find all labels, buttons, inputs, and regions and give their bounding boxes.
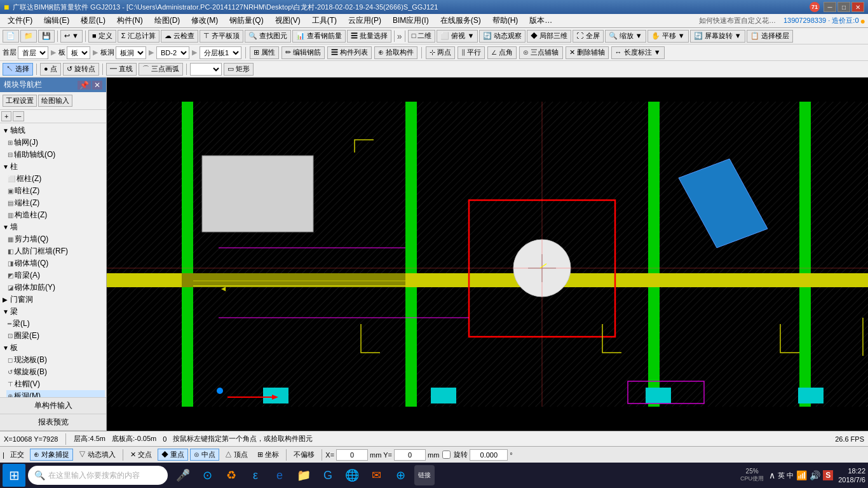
layer-dropdown[interactable]: 分层板1 bbox=[200, 46, 241, 59]
tree-group-axis[interactable]: ▼ 轴线 bbox=[1, 125, 105, 137]
pan-btn[interactable]: ✋ 平移 ▼ bbox=[648, 30, 689, 43]
menu-floor[interactable]: 楼层(L) bbox=[76, 14, 111, 27]
object-snap-btn[interactable]: ⊕ 对象捕捉 bbox=[30, 449, 73, 461]
menu-edit[interactable]: 编辑(E) bbox=[39, 14, 74, 27]
task-browser2-icon[interactable]: ♻ bbox=[221, 465, 241, 485]
shape-dropdown[interactable] bbox=[190, 63, 222, 76]
save-btn[interactable]: 💾 bbox=[38, 30, 55, 43]
two-point-btn[interactable]: ⊹ 两点 bbox=[426, 46, 455, 59]
arc-tool[interactable]: ⌒ 三点画弧 bbox=[139, 63, 183, 76]
menu-draw[interactable]: 绘图(D) bbox=[149, 14, 186, 27]
tree-item-hidden-beam[interactable]: ◩暗梁(A) bbox=[6, 269, 105, 281]
maximize-button[interactable]: □ bbox=[837, 2, 850, 12]
edit-rebar-btn[interactable]: ✏ 编辑钢筋 bbox=[281, 46, 325, 59]
rect-tool[interactable]: ▭ 矩形 bbox=[224, 63, 254, 76]
menu-online[interactable]: 在线服务(S) bbox=[435, 14, 486, 27]
property-btn[interactable]: ⊞ 属性 bbox=[250, 46, 279, 59]
panel-pin-btn[interactable]: 📌 bbox=[78, 81, 91, 90]
tree-item-aux-axis[interactable]: ⊟辅助轴线(O) bbox=[6, 149, 105, 161]
task-folder-icon[interactable]: 📁 bbox=[294, 465, 314, 485]
tree-item-cast-slab[interactable]: ◻现浇板(B) bbox=[6, 354, 105, 366]
vertex-snap-btn[interactable]: △ 顶点 bbox=[221, 449, 252, 461]
coord-snap-btn[interactable]: ⊞ 坐标 bbox=[254, 449, 283, 461]
rotate-checkbox[interactable] bbox=[442, 451, 451, 459]
component-list-btn[interactable]: ☰ 构件列表 bbox=[327, 46, 372, 59]
task-ie-icon[interactable]: e bbox=[269, 465, 290, 485]
tree-item-ring-beam[interactable]: ⊡圈梁(E) bbox=[6, 330, 105, 342]
undo-btn[interactable]: ↩ ▼ bbox=[60, 30, 83, 43]
project-settings-btn[interactable]: 工程设置 bbox=[3, 95, 37, 107]
length-mark-btn[interactable]: ↔ 长度标注 ▼ bbox=[611, 46, 665, 59]
menu-view[interactable]: 视图(V) bbox=[270, 14, 306, 27]
select-floor-btn[interactable]: 📋 选择楼层 bbox=[747, 30, 793, 43]
tree-group-slab[interactable]: ▼板 bbox=[1, 342, 105, 354]
panel-close-btn[interactable]: ✕ bbox=[92, 81, 102, 90]
subtype-dropdown[interactable]: 板洞 bbox=[116, 46, 146, 59]
center-snap-btn[interactable]: ⊙ 中点 bbox=[190, 449, 219, 461]
line-tool[interactable]: ━ 直线 bbox=[106, 63, 137, 76]
tree-item-masonry-rebar[interactable]: ◪砌体加筋(Y) bbox=[6, 281, 105, 294]
calc-btn[interactable]: Σ 汇总计算 bbox=[118, 30, 159, 43]
task-link-icon[interactable]: 链接 bbox=[414, 465, 435, 485]
cloud-check-btn[interactable]: ☁ 云检查 bbox=[161, 30, 198, 43]
start-button[interactable]: ⊞ bbox=[3, 464, 25, 487]
tree-group-column[interactable]: ▼柱 bbox=[1, 161, 105, 173]
tree-item-column-cap[interactable]: ⊤柱帽(V) bbox=[6, 378, 105, 390]
tree-item-masonry-wall[interactable]: ◨砌体墙(Q) bbox=[6, 257, 105, 269]
close-button[interactable]: ✕ bbox=[851, 2, 864, 12]
intersection-snap-btn[interactable]: ✕ 交点 bbox=[126, 449, 156, 461]
find-elem-btn[interactable]: 🔍 查找图元 bbox=[245, 30, 291, 43]
menu-cloud[interactable]: 云应用(P) bbox=[343, 14, 386, 27]
tree-item-slab-hole[interactable]: ⊕板洞(M) bbox=[6, 390, 105, 397]
define-btn[interactable]: ■ 定义 bbox=[88, 30, 116, 43]
menu-component[interactable]: 构件(N) bbox=[112, 14, 148, 27]
parallel-btn[interactable]: ∥ 平行 bbox=[458, 46, 485, 59]
dynamic-input-btn[interactable]: ▽ 动态填入 bbox=[75, 449, 119, 461]
tree-item-frame-col[interactable]: ⬜框柱(Z) bbox=[6, 173, 105, 185]
screen-rotate-btn[interactable]: 🔄 屏幕旋转 ▼ bbox=[690, 30, 745, 43]
menu-tools[interactable]: 工具(T) bbox=[307, 14, 342, 27]
tree-item-civil-defense-wall[interactable]: ◧人防门框墙(RF) bbox=[6, 245, 105, 257]
dynamic-view-btn[interactable]: 🔄 动态观察 bbox=[479, 30, 526, 43]
tree-item-beam[interactable]: ━梁(L) bbox=[6, 318, 105, 330]
2d-btn[interactable]: □ 二维 bbox=[408, 30, 436, 43]
task-earth-icon[interactable]: 🌐 bbox=[342, 465, 362, 485]
y-input[interactable] bbox=[394, 449, 426, 461]
task-edge-icon[interactable]: ε bbox=[245, 465, 266, 485]
rotate-input[interactable] bbox=[470, 449, 508, 461]
tree-item-spiral-slab[interactable]: ↺螺旋板(B) bbox=[6, 366, 105, 378]
level-top-btn[interactable]: ⊤ 齐平板顶 bbox=[200, 30, 243, 43]
rotate-point-tool[interactable]: ↺ 旋转点 bbox=[63, 63, 99, 76]
task-plus-icon[interactable]: ⊕ bbox=[390, 465, 410, 485]
midpoint-snap-btn[interactable]: ◆ 重点 bbox=[158, 449, 188, 461]
type-dropdown[interactable]: 板 bbox=[67, 46, 90, 59]
del-aux-btn[interactable]: ✕ 删除辅轴 bbox=[566, 46, 609, 59]
add-btn[interactable]: + bbox=[1, 111, 11, 121]
code-dropdown[interactable]: BD-2 bbox=[156, 46, 189, 59]
tray-app-icon[interactable]: S bbox=[823, 470, 833, 480]
new-btn[interactable]: 📄 bbox=[3, 30, 19, 43]
single-component-btn[interactable]: 单构件输入 bbox=[0, 398, 106, 414]
tree-item-end-col[interactable]: ▤端柱(Z) bbox=[6, 197, 105, 209]
menu-modify[interactable]: 修改(M) bbox=[186, 14, 223, 27]
x-input[interactable] bbox=[336, 449, 368, 461]
cad-canvas-area[interactable]: ◀ bbox=[107, 78, 868, 431]
view-rebar-btn[interactable]: 📊 查看钢筋量 bbox=[292, 30, 346, 43]
menu-file[interactable]: 文件(F) bbox=[3, 14, 37, 27]
menu-version[interactable]: 版本… bbox=[524, 14, 557, 27]
point-tool[interactable]: ● 点 bbox=[40, 63, 61, 76]
collapse-btn[interactable]: ─ bbox=[13, 111, 24, 121]
menu-bim[interactable]: BIM应用(I) bbox=[388, 14, 434, 27]
minimize-button[interactable]: ─ bbox=[824, 2, 836, 12]
fullscreen-btn[interactable]: ⛶ 全屏 bbox=[573, 30, 603, 43]
tray-up-icon[interactable]: ∧ bbox=[769, 470, 775, 480]
tray-sound-icon[interactable]: 🔊 bbox=[810, 470, 820, 480]
tree-item-grid[interactable]: ⊞轴网(J) bbox=[6, 137, 105, 149]
clock-display[interactable]: 18:22 2018/7/6 bbox=[838, 466, 865, 485]
open-btn[interactable]: 📁 bbox=[20, 30, 37, 43]
ortho-btn[interactable]: 正交 bbox=[6, 449, 28, 461]
pick-component-btn[interactable]: ⊕ 拾取构件 bbox=[374, 46, 417, 59]
tree-item-shear-wall[interactable]: ▦剪力墙(Q) bbox=[6, 233, 105, 245]
report-preview-btn[interactable]: 报表预览 bbox=[0, 414, 106, 431]
tree-group-opening[interactable]: ▶门窗洞 bbox=[1, 294, 105, 306]
